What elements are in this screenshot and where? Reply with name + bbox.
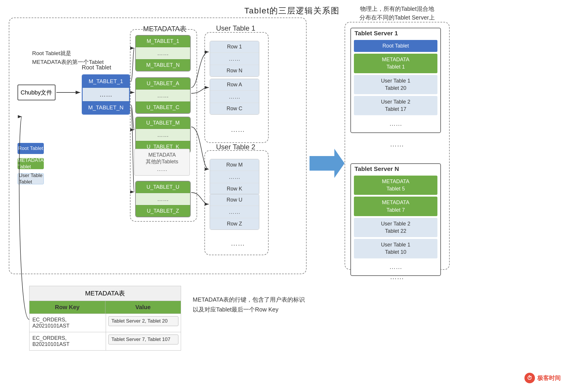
mc-um: U_TABLET_M	[136, 117, 190, 129]
legend-meta: METADATATablet	[18, 158, 47, 169]
mc-dots3: ……	[136, 129, 190, 141]
mc-ua: U_TABLET_A	[136, 78, 190, 90]
mc-dots2: ……	[136, 90, 190, 102]
ts1-user1: User Table 1Tablet 20	[354, 75, 437, 94]
legend-root: Root Tablet	[18, 143, 47, 154]
ts1-root: Root Tablet	[354, 40, 437, 52]
geek-logo-icon: ⏱	[524, 373, 535, 383]
ut1-bottom-dots: ……	[231, 125, 245, 134]
bm-row1-key: EC_ORDERS, A20210101AST	[29, 314, 106, 332]
mc-uu: U_TABLET_U	[136, 181, 190, 193]
user-table-2-label: User Table 2	[216, 143, 255, 151]
metadata-col-group5: U_TABLET_U …… U_TABLET_Z	[135, 181, 191, 217]
mc-uz: U_TABLET_Z	[136, 205, 190, 217]
rt-row-last: M_TABLET_N	[83, 102, 129, 114]
root-tablet-label: Root Tablet	[82, 64, 111, 71]
ts1-meta1: METADATATablet 1	[354, 54, 437, 73]
ut2-group1: Row M …… Row K	[210, 159, 259, 195]
ut1-rowa: Row A	[210, 79, 259, 91]
mc-dots5: ……	[136, 193, 190, 205]
ut1-rowc: Row C	[210, 103, 259, 114]
right-side-note: 物理上，所有的Tablet混合地 分布在不同的Tablet Server上	[345, 4, 450, 22]
page-title: Tablet的三层逻辑关系图	[0, 0, 584, 16]
ut2-group2: Row U …… Row Z	[210, 194, 259, 230]
tsn-dots: ……	[354, 260, 437, 274]
user-table-1-label: User Table 1	[216, 24, 255, 32]
big-arrow	[310, 149, 345, 178]
bm-title: METADATA表	[29, 286, 181, 301]
ts1-dots: ……	[354, 117, 437, 131]
geek-time-text: 极客时间	[537, 374, 561, 382]
tsn-user2: User Table 2Tablet 22	[354, 218, 437, 237]
ut1-group2: Row A …… Row C	[210, 79, 259, 115]
bm-header-rowkey: Row Key	[29, 301, 105, 314]
meta-other-tablets: METADATA 其他的Tablets ……	[134, 149, 190, 176]
bm-row2-key: EC_ORDERS, B20210101AST	[29, 332, 106, 350]
chubby-box: Chubby文件	[18, 85, 55, 100]
legend-root-box: Root Tablet	[18, 143, 44, 154]
ut2-rowu: Row U	[210, 194, 259, 206]
ut2-bottom-dots: ……	[231, 239, 245, 247]
bottom-right-text: METADATA表的行键，包含了用户表的标识 以及对应Tablet最后一个Row…	[193, 295, 305, 314]
bm-row2-val-inner: Tablet Server 7, Tablet 107	[108, 335, 179, 344]
legend-meta-box: METADATATablet	[18, 158, 44, 169]
bm-header-value: Value	[105, 301, 181, 314]
ts1-title: Tablet Server 1	[351, 28, 440, 38]
ut2-rowk: Row K	[210, 183, 259, 195]
tsn-meta7: METADATATablet 7	[354, 197, 437, 216]
metadata-col-group3: U_TABLET_M …… U_TABLET_K	[135, 117, 191, 153]
ut1-row1: Row 1	[210, 41, 259, 53]
legend-user-box: User TableTablet	[18, 173, 44, 184]
bm-row1-val: Tablet Server 2, Tablet 20	[106, 314, 181, 332]
legend-user: User TableTablet	[18, 173, 47, 184]
ts-dots-bottom: ……	[390, 273, 404, 281]
tsn-meta5: METADATATablet 5	[354, 176, 437, 195]
ut2-rowz: Row Z	[210, 218, 259, 230]
metadata-col-group1: M_TABLET_1 …… M_TABLET_N	[135, 35, 191, 71]
bm-row1-val-inner: Tablet Server 2, Tablet 20	[108, 316, 179, 326]
mc-mn: M_TABLET_N	[136, 60, 190, 71]
ut1-rown: Row N	[210, 65, 259, 76]
mc-m1: M_TABLET_1	[136, 36, 190, 47]
ut1-group1: Row 1 …… Row N	[210, 41, 259, 77]
rt-row-dots: ……	[83, 88, 129, 102]
mc-dots1: ……	[136, 47, 190, 60]
ut1-dots2: ……	[210, 91, 259, 103]
ut1-dots: ……	[210, 53, 259, 65]
tablet-server-1-box: Tablet Server 1 Root Tablet METADATATabl…	[350, 28, 441, 133]
bottom-meta-table: METADATA表 Row Key Value EC_ORDERS, A2021…	[29, 286, 181, 351]
rt-row-1: M_TABLET_1	[83, 75, 129, 88]
tsn-title: Tablet Server N	[351, 164, 440, 174]
mc-uc: U_TABLET_C	[136, 102, 190, 113]
ts-dots-mid: ……	[390, 140, 404, 148]
ut2-dots2: ……	[210, 206, 259, 218]
metadata-col-group2: U_TABLET_A …… U_TABLET_C	[135, 77, 191, 114]
bm-header: Row Key Value	[29, 301, 181, 314]
bm-row-2: EC_ORDERS, B20210101AST Tablet Server 7,…	[29, 332, 181, 351]
tsn-user1: User Table 1Tablet 10	[354, 239, 437, 258]
geek-time-logo: ⏱ 极客时间	[524, 373, 561, 383]
ut2-rowm: Row M	[210, 159, 259, 171]
legend: Root Tablet METADATATablet User TableTab…	[18, 143, 47, 188]
bm-row-1: EC_ORDERS, A20210101AST Tablet Server 2,…	[29, 314, 181, 332]
root-tablet-box: M_TABLET_1 …… M_TABLET_N	[82, 74, 130, 115]
bm-row2-val: Tablet Server 7, Tablet 107	[106, 332, 181, 350]
ts1-user2: User Table 2Tablet 17	[354, 96, 437, 115]
tablet-server-n-box: Tablet Server N METADATATablet 5 METADAT…	[350, 163, 441, 276]
ut2-dots1: ……	[210, 171, 259, 183]
